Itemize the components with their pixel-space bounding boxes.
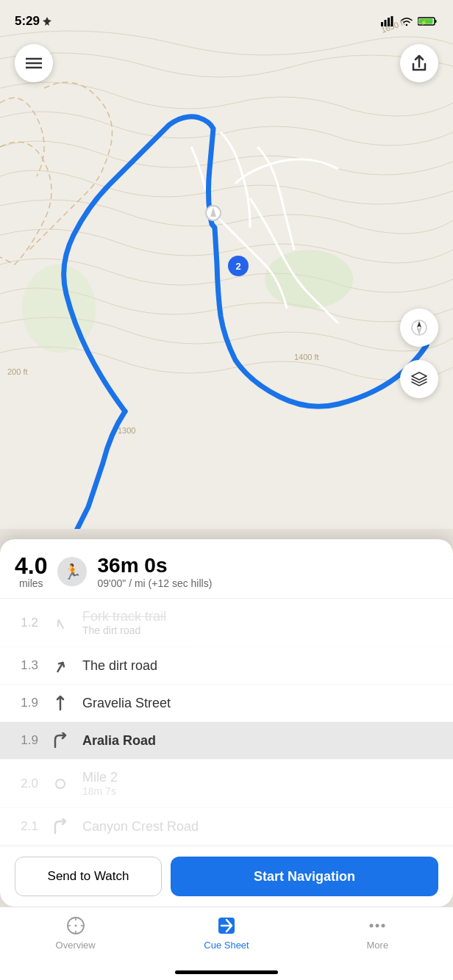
cue-sub: The dirt road <box>82 624 438 636</box>
cue-sheet-icon <box>215 915 238 937</box>
svg-text:1300: 1300 <box>118 426 135 435</box>
panel-header: 4.0 miles 🏃 36m 0s 09'00" / mi (+12 sec … <box>0 539 453 598</box>
cue-item[interactable]: 1.2 Fork track trail The dirt road <box>0 599 453 647</box>
cue-direction-icon <box>50 818 71 835</box>
menu-button[interactable] <box>15 44 53 82</box>
battery-icon: ⚡ <box>418 16 438 26</box>
panel-actions: Send to Watch Start Navigation <box>0 846 453 907</box>
cue-info: Fork track trail The dirt road <box>82 609 438 636</box>
svg-point-32 <box>382 924 385 928</box>
cue-info: Aralia Road <box>82 733 438 749</box>
cue-direction-icon <box>50 657 71 674</box>
cue-item[interactable]: 2.1 Canyon Crest Road <box>0 808 453 846</box>
layers-icon <box>410 371 428 387</box>
svg-text:⚡: ⚡ <box>421 19 427 26</box>
time-value: 36m 0s <box>97 554 438 577</box>
svg-text:1400 ft: 1400 ft <box>294 353 319 361</box>
location-button[interactable] <box>400 309 438 347</box>
route-panel: 4.0 miles 🏃 36m 0s 09'00" / mi (+12 sec … <box>0 539 453 907</box>
svg-point-5 <box>265 250 353 309</box>
tab-cue-sheet-label: Cue Sheet <box>204 940 249 951</box>
share-icon <box>411 54 427 73</box>
tab-overview[interactable]: Overview <box>0 915 151 951</box>
cue-name: Gravelia Street <box>82 696 438 711</box>
svg-rect-9 <box>385 20 387 26</box>
cue-distance: 2.1 <box>15 819 38 834</box>
cue-distance: 2.0 <box>15 777 38 791</box>
tab-overview-label: Overview <box>56 940 96 951</box>
cue-item-active[interactable]: 1.9 Aralia Road <box>0 722 453 760</box>
time-block: 36m 0s 09'00" / mi (+12 sec hills) <box>97 554 438 589</box>
svg-point-24 <box>74 925 76 927</box>
status-time: 5:29 <box>15 14 51 29</box>
svg-point-22 <box>56 779 65 788</box>
cue-name: Fork track trail <box>82 609 438 624</box>
cue-list: 1.2 Fork track trail The dirt road 1.3 T… <box>0 598 453 846</box>
tab-bar: Overview Cue Sheet More <box>0 907 453 980</box>
svg-point-31 <box>376 924 379 928</box>
cue-name: Canyon Crest Road <box>82 819 438 835</box>
cue-name: The dirt road <box>82 658 438 674</box>
wifi-icon <box>400 16 413 26</box>
send-to-watch-button[interactable]: Send to Watch <box>15 857 162 896</box>
cue-item[interactable]: 2.0 Mile 2 18m 7s <box>0 760 453 808</box>
distance-value: 4.0 <box>15 554 47 577</box>
svg-rect-10 <box>388 18 390 26</box>
cue-direction-icon <box>50 616 71 630</box>
hamburger-icon <box>26 57 42 69</box>
tab-more-label: More <box>367 940 389 951</box>
more-icon <box>366 915 388 937</box>
cue-direction-icon <box>50 776 71 792</box>
start-navigation-button[interactable]: Start Navigation <box>171 857 438 896</box>
svg-rect-11 <box>391 16 393 26</box>
layers-button[interactable] <box>400 360 438 398</box>
cue-distance: 1.9 <box>15 733 38 748</box>
cue-item[interactable]: 1.3 The dirt road <box>0 647 453 685</box>
cue-name: Mile 2 <box>82 770 438 785</box>
cue-info: The dirt road <box>82 658 438 674</box>
waypoint-marker: 2 <box>228 256 249 276</box>
cue-direction-icon <box>50 695 71 711</box>
cue-distance: 1.3 <box>15 658 38 673</box>
distance-block: 4.0 miles <box>15 554 47 589</box>
location-active-icon <box>43 17 51 26</box>
svg-text:200 ft: 200 ft <box>7 367 28 376</box>
svg-rect-8 <box>381 22 383 26</box>
compass-icon <box>411 320 427 336</box>
status-bar: 5:29 ⚡ <box>0 0 453 37</box>
svg-point-30 <box>370 924 374 928</box>
map-view[interactable]: 1650 ft 1400 ft 200 ft 1300 <box>0 0 453 529</box>
share-button[interactable] <box>400 44 438 82</box>
cue-info: Mile 2 18m 7s <box>82 770 438 797</box>
distance-unit: miles <box>15 577 47 589</box>
runner-icon: 🏃 <box>57 557 87 586</box>
cue-info: Gravelia Street <box>82 696 438 711</box>
cue-distance: 1.9 <box>15 696 38 710</box>
pace-value: 09'00" / mi (+12 sec hills) <box>97 577 438 589</box>
signal-icon <box>381 16 396 26</box>
cue-name: Aralia Road <box>82 733 438 749</box>
cue-distance: 1.2 <box>15 616 38 630</box>
cue-sub: 18m 7s <box>82 785 438 797</box>
cue-item[interactable]: 1.9 Gravelia Street <box>0 685 453 722</box>
tab-cue-sheet[interactable]: Cue Sheet <box>151 915 302 951</box>
svg-rect-13 <box>435 20 437 23</box>
cue-direction-icon <box>50 732 71 749</box>
tab-more[interactable]: More <box>302 915 453 951</box>
cue-info: Canyon Crest Road <box>82 819 438 835</box>
home-indicator <box>175 970 278 974</box>
status-icons: ⚡ <box>381 16 438 26</box>
svg-rect-0 <box>0 0 453 529</box>
overview-icon <box>65 915 87 937</box>
